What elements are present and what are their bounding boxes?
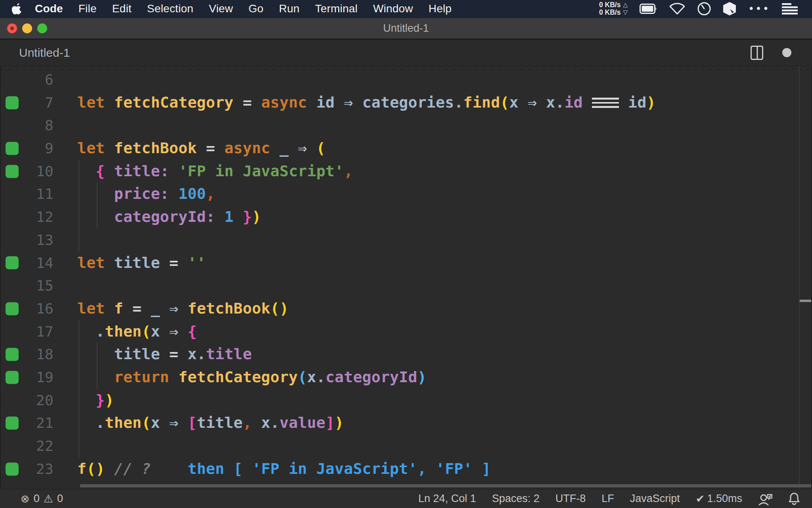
token-pl (335, 94, 344, 111)
token-pl (178, 345, 188, 363)
line-number: 12 (1, 206, 54, 229)
token-pl (77, 323, 96, 340)
indent-guide (79, 320, 79, 343)
list-icon[interactable] (782, 3, 798, 15)
token-comma: , (344, 162, 353, 180)
code-line[interactable]: 15 (1, 274, 811, 297)
token-fn: find (463, 94, 500, 111)
battery-icon[interactable] (640, 4, 657, 14)
code-line[interactable]: 11 price: 100, (1, 183, 811, 206)
menu-item-code[interactable]: Code (35, 2, 63, 15)
line-number: 21 (1, 412, 54, 435)
token-b2: [ (188, 414, 197, 431)
statusbar-cursor-position[interactable]: Ln 24, Col 1 (418, 493, 476, 505)
network-speed-indicator[interactable]: 0 KB/s△ 0 KB/s▽ (599, 1, 628, 16)
wifi-icon[interactable] (669, 2, 686, 15)
line-number: 16 (1, 297, 54, 320)
token-pl (215, 208, 224, 225)
warning-count: 0 (57, 493, 63, 505)
code-line[interactable]: 10 { title: 'FP in JavaScript', (1, 160, 811, 183)
line-number: 17 (1, 320, 54, 343)
menu-item-terminal[interactable]: Terminal (315, 2, 358, 15)
token-pl (105, 300, 114, 317)
token-var: id (628, 94, 646, 111)
token-var: id (316, 94, 335, 111)
minimize-button[interactable] (22, 23, 32, 33)
menu-item-go[interactable]: Go (249, 2, 264, 15)
code-line[interactable]: 23f() // ? then [ 'FP in JavaScript', 'F… (1, 458, 811, 481)
apple-icon[interactable] (12, 3, 22, 15)
code-line[interactable]: 7let fetchCategory = async id ⇒ categori… (1, 91, 811, 114)
line-number: 13 (1, 229, 54, 252)
zoom-button[interactable] (37, 23, 47, 33)
statusbar-language-mode[interactable]: JavaScript (630, 493, 680, 505)
token-fn: fetchBook (114, 139, 197, 157)
token-op: = (169, 254, 178, 271)
close-button[interactable] (7, 23, 17, 33)
token-b1: ) (96, 460, 105, 477)
token-num: 1 (224, 208, 234, 225)
line-number: 20 (1, 389, 54, 412)
unsaved-dot[interactable] (782, 48, 791, 57)
code-line[interactable]: 17 .then(x ⇒ { (1, 320, 811, 343)
line-number: 14 (1, 252, 54, 275)
code-line[interactable]: 13 (1, 229, 811, 252)
indent-guide (97, 343, 98, 366)
code-line[interactable]: 6 (1, 68, 811, 91)
token-prop: title (206, 345, 252, 363)
tab-untitled-1[interactable]: Untitled-1 (19, 46, 70, 60)
token-pl (160, 323, 169, 340)
code-line[interactable]: 9let fetchBook = async _ ⇒ ( (1, 137, 811, 160)
menu-item-window[interactable]: Window (373, 2, 413, 15)
token-pl (619, 94, 628, 111)
horizontal-scrollbar[interactable] (80, 484, 811, 487)
token-pl (178, 323, 188, 340)
token-pl (77, 391, 96, 409)
code-line[interactable]: 21 .then(x ⇒ [title, x.value]) (1, 412, 811, 435)
menu-item-edit[interactable]: Edit (112, 2, 132, 15)
feedback-icon[interactable] (758, 492, 772, 506)
token-var: _ (280, 139, 289, 157)
code-line[interactable]: 12 categoryId: 1 }) (1, 206, 811, 229)
code-line[interactable]: 20 }) (1, 389, 811, 412)
line-number: 8 (1, 114, 54, 137)
menu-item-view[interactable]: View (209, 2, 233, 15)
statusbar-eol[interactable]: LF (601, 493, 614, 505)
menu-item-help[interactable]: Help (429, 2, 452, 15)
code-area[interactable]: 67let fetchCategory = async id ⇒ categor… (1, 68, 811, 480)
code-line[interactable]: 22 (1, 435, 811, 458)
code-editor[interactable]: 67let fetchCategory = async id ⇒ categor… (0, 66, 812, 489)
token-pl (307, 94, 316, 111)
token-pl (160, 414, 169, 431)
token-pl (105, 162, 114, 180)
code-line[interactable]: 8 (1, 114, 811, 137)
token-prop: : (206, 208, 215, 225)
clock-icon[interactable] (697, 2, 711, 15)
token-kw: let (77, 300, 105, 317)
macos-menubar: CodeFileEditSelectionViewGoRunTerminalWi… (0, 0, 812, 17)
token-comma: , (206, 185, 215, 202)
code-line[interactable]: 18 title = x.title (1, 343, 811, 366)
split-editor-icon[interactable] (751, 46, 763, 60)
statusbar-indentation[interactable]: Spaces: 2 (492, 493, 540, 505)
token-prop: : (160, 185, 169, 202)
problems-indicator[interactable]: ⊗0⚠0 (0, 493, 63, 505)
menu-item-run[interactable]: Run (279, 2, 300, 15)
token-kw: let (77, 139, 105, 157)
menu-item-selection[interactable]: Selection (147, 2, 193, 15)
menu-item-file[interactable]: File (79, 2, 97, 15)
notifications-bell-icon[interactable] (788, 492, 800, 506)
more-dots-icon[interactable]: ••• (748, 3, 770, 15)
code-line[interactable]: 16let f = _ ⇒ fetchBook() (1, 297, 811, 320)
token-pl (537, 94, 546, 111)
indent-guide (79, 366, 79, 389)
token-b1: ( (86, 460, 96, 477)
code-line[interactable]: 19 return fetchCategory(x.categoryId) (1, 366, 811, 389)
line-number: 9 (1, 137, 54, 160)
cube-icon[interactable] (723, 2, 736, 16)
quokka-perf-indicator[interactable]: ✔ 1.50ms (696, 493, 742, 505)
statusbar-encoding[interactable]: UTF-8 (555, 493, 586, 505)
token-pl (289, 139, 298, 157)
token-ar: ⇒ (169, 323, 178, 340)
code-line[interactable]: 14let title = '' (1, 252, 811, 275)
